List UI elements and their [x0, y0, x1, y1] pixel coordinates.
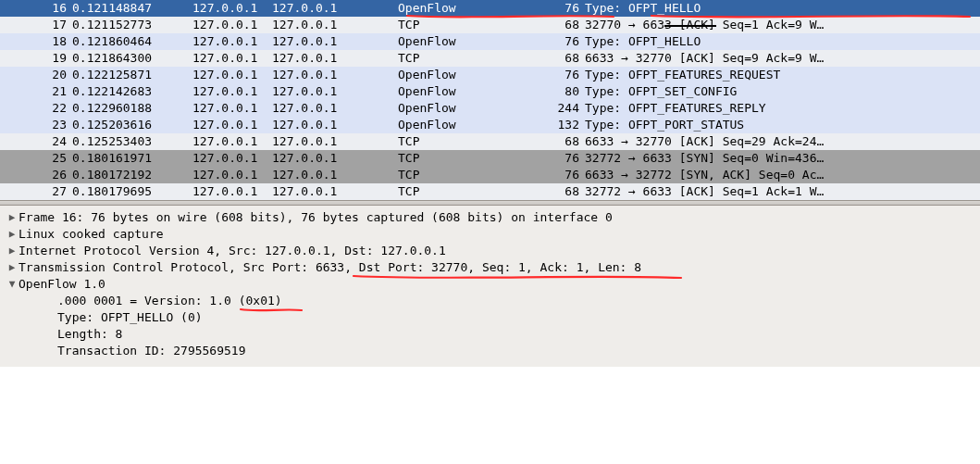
protocol-cell: TCP [365, 133, 531, 150]
source-cell: 127.0.0.1 [180, 83, 272, 100]
no-cell: 23 [17, 117, 67, 133]
time-cell: 0.122142683 [67, 83, 180, 100]
length-cell: 244 [531, 100, 579, 117]
no-cell: 22 [17, 100, 67, 117]
info-cell: 6633 → 32770 [ACK] Seq=29 Ack=24… [579, 133, 976, 150]
no-cell: 21 [17, 83, 67, 100]
length-cell: 76 [531, 150, 579, 167]
source-cell: 127.0.0.1 [180, 50, 272, 67]
info-cell: 6633 → 32772 [SYN, ACK] Seq=0 Ac… [579, 167, 976, 183]
destination-cell: 127.0.0.1 [272, 183, 365, 200]
protocol-cell: OpenFlow [365, 117, 531, 133]
packet-row[interactable]: 270.180179695127.0.0.1127.0.0.1TCP683277… [0, 183, 980, 200]
linux-cooked-summary: Linux cooked capture [19, 226, 164, 243]
protocol-cell: OpenFlow [365, 100, 531, 117]
source-cell: 127.0.0.1 [180, 167, 272, 183]
no-cell: 18 [17, 33, 67, 50]
length-cell: 76 [531, 33, 579, 50]
length-cell: 80 [531, 83, 579, 100]
collapse-icon[interactable]: ▼ [6, 278, 19, 292]
no-cell: 25 [17, 150, 67, 167]
packet-row[interactable]: 250.180161971127.0.0.1127.0.0.1TCP763277… [0, 150, 980, 167]
openflow-transaction-id[interactable]: Transaction ID: 2795569519 [6, 343, 980, 359]
time-cell: 0.125203616 [67, 117, 180, 133]
packet-row[interactable]: 210.122142683127.0.0.1127.0.0.1OpenFlow8… [0, 83, 980, 100]
info-cell: 32772 → 6633 [SYN] Seq=0 Win=436… [579, 150, 976, 167]
expand-icon[interactable]: ▶ [6, 211, 19, 225]
protocol-cell: TCP [365, 167, 531, 183]
length-cell: 68 [531, 133, 579, 150]
time-cell: 0.180179695 [67, 183, 180, 200]
time-cell: 0.125253403 [67, 133, 180, 150]
destination-cell: 127.0.0.1 [272, 50, 365, 67]
info-cell: Type: OFPT_HELLO [579, 33, 976, 50]
no-cell: 24 [17, 133, 67, 150]
no-cell: 17 [17, 17, 67, 33]
packet-row[interactable]: 220.122960188127.0.0.1127.0.0.1OpenFlow2… [0, 100, 980, 117]
source-cell: 127.0.0.1 [180, 33, 272, 50]
packet-row[interactable]: 230.125203616127.0.0.1127.0.0.1OpenFlow1… [0, 117, 980, 133]
destination-cell: 127.0.0.1 [272, 133, 365, 150]
expand-icon[interactable]: ▶ [6, 228, 19, 242]
protocol-cell: OpenFlow [365, 33, 531, 50]
protocol-cell: OpenFlow [365, 67, 531, 83]
source-cell: 127.0.0.1 [180, 100, 272, 117]
protocol-cell: TCP [365, 50, 531, 67]
openflow-length[interactable]: Length: 8 [6, 326, 980, 343]
source-cell: 127.0.0.1 [180, 17, 272, 33]
openflow-version[interactable]: .000 0001 = Version: 1.0 (0x01) [6, 293, 980, 309]
info-cell: Type: OFPT_SET_CONFIG [579, 83, 976, 100]
time-cell: 0.122960188 [67, 100, 180, 117]
destination-cell: 127.0.0.1 [272, 33, 365, 50]
no-cell: 20 [17, 67, 67, 83]
destination-cell: 127.0.0.1 [272, 0, 365, 17]
length-cell: 68 [531, 50, 579, 67]
packet-row[interactable]: 180.121860464127.0.0.1127.0.0.1OpenFlow7… [0, 33, 980, 50]
packet-row[interactable]: 200.122125871127.0.0.1127.0.0.1OpenFlow7… [0, 67, 980, 83]
ip-summary: Internet Protocol Version 4, Src: 127.0.… [19, 243, 446, 259]
no-cell: 26 [17, 167, 67, 183]
detail-linux-cooked[interactable]: ▶ Linux cooked capture [6, 226, 980, 243]
info-cell: Type: OFPT_PORT_STATUS [579, 117, 976, 133]
packet-detail-pane[interactable]: ▶ Frame 16: 76 bytes on wire (608 bits),… [0, 206, 980, 367]
openflow-header: OpenFlow 1.0 [19, 276, 105, 293]
no-cell: 27 [17, 183, 67, 200]
protocol-cell: TCP [365, 150, 531, 167]
expand-icon[interactable]: ▶ [6, 245, 19, 258]
length-cell: 68 [531, 183, 579, 200]
length-cell: 76 [531, 67, 579, 83]
expand-icon[interactable]: ▶ [6, 261, 19, 275]
destination-cell: 127.0.0.1 [272, 167, 365, 183]
packet-row[interactable]: 190.121864300127.0.0.1127.0.0.1TCP686633… [0, 50, 980, 67]
no-cell: 16 [17, 0, 67, 17]
info-cell: Type: OFPT_FEATURES_REQUEST [579, 67, 976, 83]
time-cell: 0.180172192 [67, 167, 180, 183]
info-cell: 32772 → 6633 [ACK] Seq=1 Ack=1 W… [579, 183, 976, 200]
detail-frame[interactable]: ▶ Frame 16: 76 bytes on wire (608 bits),… [6, 209, 980, 226]
packet-list-pane[interactable]: 160.121148847127.0.0.1127.0.0.1OpenFlow7… [0, 0, 980, 200]
openflow-type[interactable]: Type: OFPT_HELLO (0) [6, 309, 980, 326]
packet-row[interactable]: 240.125253403127.0.0.1127.0.0.1TCP686633… [0, 133, 980, 150]
source-cell: 127.0.0.1 [180, 67, 272, 83]
destination-cell: 127.0.0.1 [272, 150, 365, 167]
packet-row[interactable]: 260.180172192127.0.0.1127.0.0.1TCP766633… [0, 167, 980, 183]
detail-ip[interactable]: ▶ Internet Protocol Version 4, Src: 127.… [6, 243, 980, 259]
info-cell: 6633 → 32770 [ACK] Seq=9 Ack=9 W… [579, 50, 976, 67]
time-cell: 0.121148847 [67, 0, 180, 17]
protocol-cell: TCP [365, 183, 531, 200]
no-cell: 19 [17, 50, 67, 67]
source-cell: 127.0.0.1 [180, 133, 272, 150]
time-cell: 0.180161971 [67, 150, 180, 167]
time-cell: 0.121152773 [67, 17, 180, 33]
time-cell: 0.121864300 [67, 50, 180, 67]
destination-cell: 127.0.0.1 [272, 100, 365, 117]
source-cell: 127.0.0.1 [180, 150, 272, 167]
length-cell: 132 [531, 117, 579, 133]
length-cell: 76 [531, 167, 579, 183]
source-cell: 127.0.0.1 [180, 183, 272, 200]
strikethrough-annotation [664, 25, 716, 27]
source-cell: 127.0.0.1 [180, 0, 272, 17]
destination-cell: 127.0.0.1 [272, 83, 365, 100]
info-cell: Type: OFPT_FEATURES_REPLY [579, 100, 976, 117]
protocol-cell: OpenFlow [365, 83, 531, 100]
